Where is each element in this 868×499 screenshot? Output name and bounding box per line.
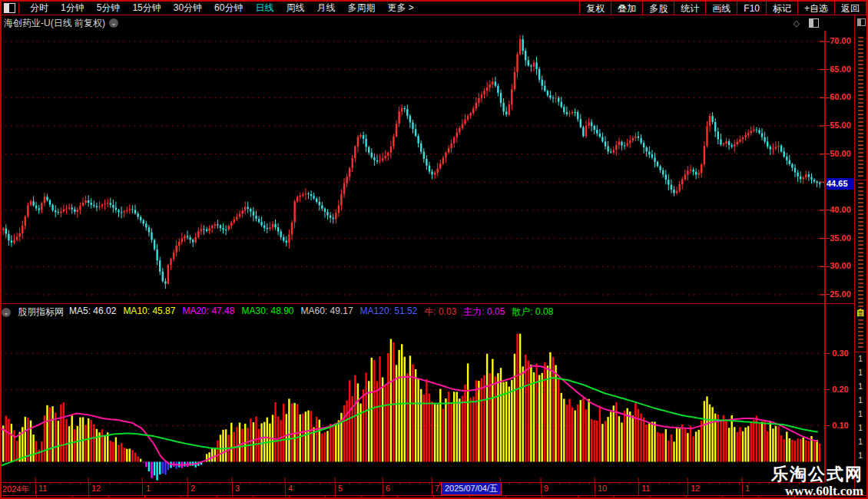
month-separator [742, 482, 743, 495]
frame-left [0, 0, 2, 499]
toolbar-buttons: 复权叠加多股统计画线F10标记+自选返回 [579, 2, 866, 15]
axis-month-label: 6 [386, 484, 390, 493]
month-separator [142, 482, 143, 495]
axis-month-label: 2 [190, 484, 195, 493]
strip-divider [855, 180, 866, 180]
price-axis-label: 50.00 [827, 149, 854, 158]
month-separator [335, 482, 336, 495]
watermark-cn: 乐淘公式网 [771, 465, 863, 484]
month-separator [88, 482, 89, 495]
candlestick-chart[interactable] [0, 31, 825, 303]
menubar-separator [0, 15, 868, 15]
strip-vertical-text [858, 37, 863, 178]
axis-month-label: 11 [38, 484, 47, 493]
menu-divider [18, 2, 19, 14]
strip-panel-icon[interactable] [857, 18, 866, 26]
menu-item-多周期[interactable]: 多周期 [341, 2, 381, 15]
menu-item-分时[interactable]: 分时 [24, 2, 55, 15]
toolbar-button-标记[interactable]: 标记 [767, 2, 798, 15]
indicator-ma-values: MA5: 46.02MA10: 45.87MA20: 47.48MA30: 48… [69, 306, 553, 319]
app-window: 分时1分钟5分钟15分钟30分钟60分钟日线周线月线多周期更多 > 复权叠加多股… [0, 0, 868, 499]
menu-item-1分钟[interactable]: 1分钟 [55, 2, 91, 15]
indicator-axis-label: 0.30 [827, 349, 854, 358]
price-axis-label: 30.00 [827, 261, 854, 270]
menu-item-月线[interactable]: 月线 [310, 2, 341, 15]
indicator-value: MA60: 49.17 [301, 306, 353, 319]
menu-item-60分钟[interactable]: 60分钟 [208, 2, 249, 15]
axis-month-label: 5 [338, 484, 343, 493]
top-menubar: 分时1分钟5分钟15分钟30分钟60分钟日线周线月线多周期更多 > 复权叠加多股… [2, 2, 866, 15]
month-separator [638, 482, 639, 495]
frame-top [0, 0, 868, 2]
axis-bottom-line [0, 495, 866, 496]
right-side-strip: 自 11111111 [854, 15, 866, 496]
toolbar-button-叠加[interactable]: 叠加 [611, 2, 643, 15]
title-row: 海创药业-U(日线 前复权) ⌄ ◇ [2, 16, 850, 30]
indicator-value: 散户: 0.08 [512, 306, 553, 319]
price-axis-label: 70.00 [827, 36, 854, 45]
axis-month-label: 9 [544, 484, 548, 493]
axis-month-label: 7 [435, 484, 439, 493]
strip-list-number: 1 [854, 410, 866, 418]
chevron-down-icon[interactable]: ⌄ [2, 308, 11, 317]
strip-list-number: 1 [854, 382, 866, 391]
indicator-value: MA10: 45.87 [123, 306, 175, 319]
indicator-axis-label: 0.10 [827, 421, 854, 430]
title-right-icons: ◇ [793, 16, 819, 30]
axis-month-label: 10 [598, 484, 607, 493]
indicator-chart[interactable] [0, 321, 825, 482]
axis-month-label: 1 [745, 484, 750, 493]
menu-item-日线[interactable]: 日线 [249, 2, 280, 15]
menu-item-更多 >[interactable]: 更多 > [381, 2, 419, 15]
y-axis-line [824, 31, 826, 482]
page-title: 海创药业-U(日线 前复权) [4, 17, 105, 30]
price-axis-label: 65.00 [827, 64, 854, 74]
toolbar-button-画线[interactable]: 画线 [706, 2, 737, 15]
month-separator [595, 482, 595, 495]
month-separator [187, 482, 188, 495]
strip-tab-zixuan[interactable]: 自 [856, 307, 865, 319]
axis-top-line [0, 482, 824, 483]
strip-list-number: 1 [854, 451, 866, 460]
indicator-source-label: 股朋指标网 [18, 306, 64, 319]
axis-month-label: 11 [641, 484, 650, 493]
axis-month-label: 12 [691, 484, 700, 493]
strip-list-number: 1 [854, 438, 866, 446]
menu-item-周线[interactable]: 周线 [280, 2, 310, 15]
strip-list-number: 1 [854, 355, 866, 363]
price-axis-label: 35.00 [827, 233, 854, 243]
indicator-value: MA120: 51.52 [360, 306, 418, 319]
indicator-value: 牛: 0.03 [424, 306, 456, 319]
month-separator [541, 482, 542, 495]
layout-split-icon[interactable] [809, 18, 819, 28]
diamond-icon[interactable]: ◇ [793, 18, 800, 28]
menu-item-5分钟[interactable]: 5分钟 [91, 2, 127, 15]
watermark: 乐淘公式网 www.60lt.com [771, 465, 863, 498]
indicator-value: MA5: 46.02 [69, 306, 116, 319]
panel-separator [0, 303, 854, 304]
month-separator [383, 482, 383, 495]
strip-list-number: 1 [854, 424, 866, 432]
axis-month-label: 12 [91, 484, 101, 493]
toolbar-button-+自选[interactable]: +自选 [798, 2, 835, 15]
toolbar-button-返回[interactable]: 返回 [835, 2, 866, 15]
toolbar-button-统计[interactable]: 统计 [674, 2, 706, 15]
menu-item-15分钟[interactable]: 15分钟 [126, 2, 167, 15]
menu-item-30分钟[interactable]: 30分钟 [167, 2, 208, 15]
price-axis-label: 55.00 [827, 121, 854, 130]
toolbar-button-复权[interactable]: 复权 [580, 2, 611, 15]
indicator-value: 主力: 0.05 [463, 306, 505, 319]
toolbar-button-多股[interactable]: 多股 [643, 2, 674, 15]
strip-divider [855, 352, 866, 352]
chevron-down-icon[interactable]: ⌄ [109, 18, 118, 28]
watermark-url: www.60lt.com [771, 484, 863, 498]
month-separator [285, 482, 286, 495]
toolbar-button-F10[interactable]: F10 [737, 2, 767, 15]
window-split-icon[interactable] [4, 3, 15, 13]
axis-month-label: 3 [235, 484, 240, 493]
axis-month-label: 4 [288, 484, 293, 493]
indicator-value: MA30: 48.90 [241, 306, 293, 319]
strip-list-number: 1 [854, 368, 866, 377]
selected-date-box: 2025/07/04/五 [441, 482, 502, 495]
indicator-value: MA20: 47.48 [182, 306, 234, 319]
